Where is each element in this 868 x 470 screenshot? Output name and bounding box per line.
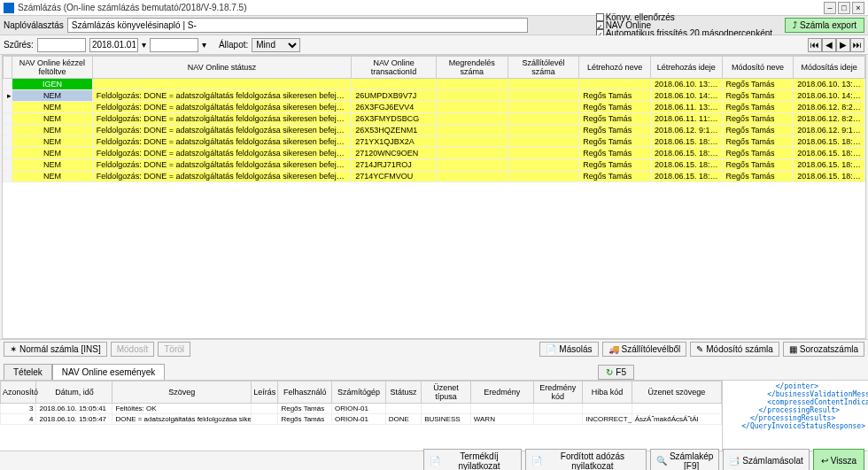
grid-row[interactable]: IGEN2018.06.10. 13:07:03Regős Tamás2018.… [4,79,865,90]
maximize-button[interactable]: □ [838,2,850,14]
detail-col-header[interactable]: Hiba kód [583,381,632,404]
modosito-button[interactable]: ✎Módosító számla [690,342,779,357]
modosit-label: Módosít [117,344,149,354]
allapot-label: Állapot: [219,40,248,50]
detail-col-header[interactable]: Azonosító [1,381,36,404]
col-header[interactable]: Létrehozás ideje [650,57,722,79]
options-checkboxes: Könyv. ellenőrzés NAV Online Automatikus… [596,13,776,37]
grid-row[interactable]: NEMFeldolgozás: DONE = adatszolgáltatás … [4,148,865,159]
window-title: Számlázás (On-line számlázás bemutató/20… [18,3,824,12]
col-header[interactable]: Módosítás ideje [794,57,865,79]
date-to[interactable] [150,38,198,52]
forditott-label: Fordított adózás nyilatkozat [545,451,640,471]
torol-button[interactable]: Töröl [158,342,190,357]
modosito-label: Módosító számla [706,344,773,354]
detail-col-header[interactable]: Felhasználó [278,381,332,404]
masolas-button[interactable]: 📄Másolás [539,342,598,357]
nav-next-button[interactable]: ▶ [836,38,850,52]
vissza-label: Vissza [831,456,856,466]
close-button[interactable]: × [852,2,864,14]
star-icon: ✶ [10,344,17,354]
col-header[interactable]: NAV Online transactionId [352,57,437,79]
termekdij-label: Termékdíj nyilatkozat [443,451,515,471]
grid-row[interactable]: NEMFeldolgozás: DONE = adatszolgáltatás … [4,125,865,136]
tab-tetelek[interactable]: Tételek [4,364,52,380]
sorozat-label: Sorozatszámla [800,344,858,354]
nav-last-button[interactable]: ⏭ [850,38,864,52]
vissza-button[interactable]: ↩Vissza [813,449,864,471]
date-from[interactable] [89,38,138,52]
tab-nav-events[interactable]: NAV Online események [52,364,165,380]
col-header[interactable]: Módosító neve [722,57,794,79]
f5-label: F5 [616,367,626,377]
detail-row[interactable]: 42018.06.10. 15:05:47DONE = adatszolgált… [1,414,722,425]
detail-col-header[interactable]: Számítógép [332,381,386,404]
masolas-label: Másolás [559,344,592,354]
main-grid: NAV Online kézzel feltöltveNAV Online st… [3,56,865,182]
edit-icon: ✎ [696,344,703,354]
grid-row[interactable]: NEMFeldolgozás: DONE = adatszolgáltatás … [4,102,865,113]
detail-col-header[interactable]: Szöveg [112,381,252,404]
main-grid-container[interactable]: NAV Online kézzel feltöltveNAV Online st… [2,55,866,339]
date-picker-icon-2[interactable]: ▾ [202,40,206,50]
szamlakep-button[interactable]: 🔍Számlakép [F9] [650,449,719,471]
nav-first-button[interactable]: ⏮ [808,38,822,52]
grid-row[interactable]: ▸NEMFeldolgozás: DONE = adatszolgáltatás… [4,90,865,102]
detail-col-header[interactable]: Státusz [385,381,421,404]
col-header[interactable]: Megrendelés száma [436,57,508,79]
detail-col-header[interactable]: Üzenet szövege [632,381,721,404]
normal-szamla-button[interactable]: ✶Normál számla [INS] [4,342,107,357]
f5-button[interactable]: ↻F5 [598,365,634,380]
truck-icon: 🚚 [608,344,619,354]
naplo-label: Naplóválasztás [4,20,64,30]
masolat-button[interactable]: 📑Számlamásolat [723,449,809,471]
szallitobol-button[interactable]: 🚚Szállítólevélből [602,342,687,357]
grid-row[interactable]: NEMFeldolgozás: DONE = adatszolgáltatás … [4,136,865,148]
doc-icon: 📄 [531,456,542,466]
naplo-select[interactable] [67,18,528,33]
szures-label: Szűrés: [4,40,34,50]
sorozat-button[interactable]: ▦Sorozatszámla [783,342,864,357]
copy-icon: 📄 [546,344,556,354]
col-header[interactable]: Létrehozó neve [579,57,651,79]
naplo-toolbar: Naplóválasztás Könyv. ellenőrzés NAV Onl… [0,16,868,35]
bottom-bar: 📄Termékdíj nyilatkozat 📄Fordított adózás… [0,451,868,470]
normal-label: Normál számla [INS] [19,344,101,354]
detail-area: AzonosítóDátum, időSzövegLeírásFelhaszná… [0,380,868,451]
grid-row[interactable]: NEMFeldolgozás: DONE = adatszolgáltatás … [4,171,865,182]
xml-pane[interactable]: </pointer> </businessValidationMessages>… [722,381,868,451]
date-picker-icon[interactable]: ▾ [142,40,146,50]
allapot-select[interactable]: Mind [252,38,300,52]
detail-col-header[interactable]: Üzenet típusa [422,381,471,404]
grid-row[interactable]: NEMFeldolgozás: DONE = adatszolgáltatás … [4,113,865,125]
copy-icon: 📑 [729,456,740,466]
refresh-icon: ↻ [606,367,613,377]
col-header[interactable]: Szállítólevél száma [508,57,579,79]
termekdij-button[interactable]: 📄Termékdíj nyilatkozat [423,449,522,471]
action-bar: ✶Normál számla [INS] Módosít Töröl 📄Máso… [0,339,868,358]
series-icon: ▦ [789,344,797,354]
export-button[interactable]: ⤴Számla export [785,18,864,33]
filter-bar: Szűrés: ▾ ▾ Állapot: Mind ⏮ ◀ ▶ ⏭ [0,35,868,55]
modosit-button[interactable]: Módosít [111,342,155,357]
detail-col-header[interactable]: Leírás [252,381,278,404]
doc-icon: 📄 [430,456,440,466]
export-label: Számla export [800,20,856,30]
detail-grid: AzonosítóDátum, időSzövegLeírásFelhaszná… [0,381,722,425]
grid-row[interactable]: NEMFeldolgozás: DONE = adatszolgáltatás … [4,159,865,171]
detail-row[interactable]: 32018.06.10. 15:05:41Feltöltés: OKRegős … [1,404,722,414]
forditott-button[interactable]: 📄Fordított adózás nyilatkozat [525,449,647,471]
col-header[interactable]: NAV Online státusz [92,57,351,79]
szamlakep-label: Számlakép [F9] [670,451,713,471]
nav-prev-button[interactable]: ◀ [822,38,836,52]
detail-grid-wrap[interactable]: AzonosítóDátum, időSzövegLeírásFelhaszná… [0,381,722,451]
export-icon: ⤴ [793,20,797,30]
back-icon: ↩ [821,456,828,466]
detail-col-header[interactable]: Eredmény [470,381,533,404]
minimize-button[interactable]: – [824,2,836,14]
detail-col-header[interactable]: Dátum, idő [36,381,112,404]
torol-label: Töröl [164,344,184,354]
filter-text[interactable] [37,38,86,52]
col-header[interactable]: NAV Online kézzel feltöltve [12,57,93,79]
detail-col-header[interactable]: Eredmény kód [533,381,583,404]
